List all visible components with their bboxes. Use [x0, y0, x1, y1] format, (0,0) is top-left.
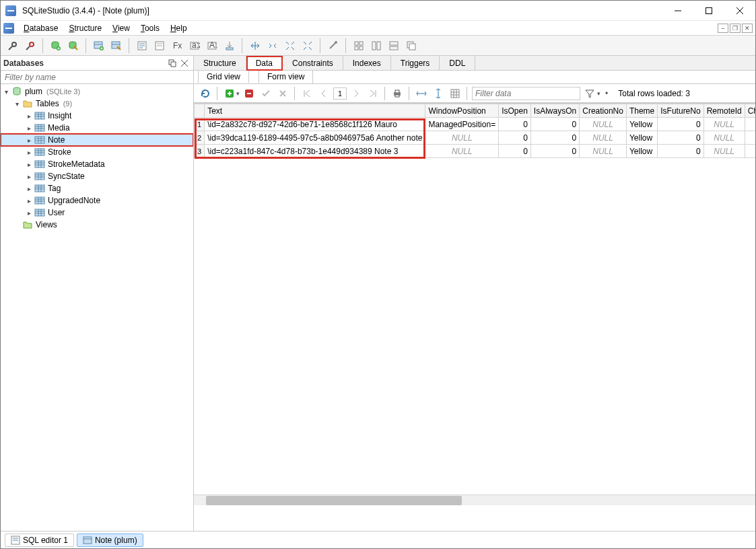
cell[interactable]: NULL	[703, 145, 745, 158]
print-icon[interactable]	[390, 86, 405, 101]
last-page-icon[interactable]	[366, 86, 380, 101]
grid-config-icon[interactable]	[448, 86, 462, 101]
statusbar-sql-editor-tab[interactable]: SQL editor 1	[5, 534, 74, 547]
database-tree[interactable]: ▾ plum (SQLite 3) ▾ Tables (9) ▸Insight▸…	[1, 84, 193, 531]
table-row[interactable]: 2\id=39dca119-6189-4495-97c5-a8b0946975a…	[195, 131, 756, 145]
expander-icon[interactable]: ▸	[25, 209, 33, 217]
first-page-icon[interactable]	[300, 86, 314, 101]
subtab-grid-view[interactable]: Grid view	[198, 71, 249, 83]
subwindow-minimize-button[interactable]: –	[718, 24, 728, 33]
cell[interactable]: 0	[499, 118, 531, 131]
expander-icon[interactable]: ▸	[25, 184, 33, 192]
cell[interactable]: NULL	[703, 131, 745, 145]
cell[interactable]: NULL	[580, 118, 627, 131]
tree-table-media[interactable]: ▸Media	[1, 122, 193, 134]
expander-icon[interactable]: ▸	[25, 172, 33, 180]
cell[interactable]: 0	[499, 145, 531, 158]
cell[interactable]: \id=39dca119-6189-4495-97c5-a8b0946975a6…	[205, 131, 425, 145]
column-header[interactable]: Theme	[626, 104, 657, 118]
cell[interactable]: NULL	[425, 131, 499, 145]
cell[interactable]: 0	[530, 145, 579, 158]
cell[interactable]: 0	[530, 131, 579, 145]
tree-table-stroke[interactable]: ▸Stroke	[1, 146, 193, 158]
column-header[interactable]: IsFutureNo	[658, 104, 703, 118]
add-row-icon[interactable]	[222, 86, 237, 101]
cell[interactable]: Yellow	[626, 145, 657, 158]
cell[interactable]	[745, 145, 755, 158]
menu-tools[interactable]: Tools	[135, 22, 165, 34]
cell[interactable]: \id=c223a1fd-847c-4d78-b73b-1e449d934389…	[205, 145, 425, 158]
tree-table-tag[interactable]: ▸Tag	[1, 182, 193, 194]
tree-table-user[interactable]: ▸User	[1, 207, 193, 219]
table-row[interactable]: 3\id=c223a1fd-847c-4d78-b73b-1e449d93438…	[195, 145, 756, 158]
column-header[interactable]: Ch	[745, 104, 755, 118]
cell[interactable]: 0	[530, 118, 579, 131]
menu-help[interactable]: Help	[165, 22, 193, 34]
sql-editor-icon[interactable]	[134, 38, 150, 54]
expander-icon[interactable]: ▾	[13, 100, 21, 108]
column-header[interactable]: WindowPosition	[425, 104, 499, 118]
panel-close-icon[interactable]	[178, 57, 191, 69]
cell[interactable]: Yellow	[626, 118, 657, 131]
expander-icon[interactable]: ▸	[25, 148, 33, 156]
table-row[interactable]: 1\id=2a832c78-d927-42d6-be71-1e8568c1f12…	[195, 118, 756, 131]
column-header[interactable]: IsOpen	[499, 104, 531, 118]
tree-views-node[interactable]: ▸ Views	[1, 219, 193, 231]
cell[interactable]: ManagedPosition=	[425, 118, 499, 131]
tab-indexes[interactable]: Indexes	[343, 56, 391, 70]
collapse-icon[interactable]	[265, 38, 281, 54]
expander-icon[interactable]: ▸	[25, 124, 33, 132]
cell[interactable]: Yellow	[626, 131, 657, 145]
cell[interactable]: NULL	[580, 145, 627, 158]
tree-table-strokemetadata[interactable]: ▸StrokeMetadata	[1, 158, 193, 170]
tile-vertical-icon[interactable]	[386, 38, 402, 54]
expander-icon[interactable]: ▾	[2, 87, 10, 96]
column-header[interactable]: RemoteId	[703, 104, 745, 118]
prev-page-icon[interactable]	[316, 86, 331, 101]
collation-icon[interactable]: a:z	[186, 38, 203, 54]
import-icon[interactable]	[221, 38, 238, 54]
tab-constraints[interactable]: Constraints	[283, 56, 343, 70]
filter-input[interactable]	[1, 71, 193, 84]
edit-db-icon[interactable]	[65, 38, 81, 54]
collapse-all-icon[interactable]	[300, 38, 316, 54]
new-icon[interactable]	[151, 38, 168, 54]
dropdown-caret-icon[interactable]: ▾	[236, 90, 240, 97]
extension-icon[interactable]: A:Z	[204, 38, 220, 54]
tree-table-upgradednote[interactable]: ▸UpgradedNote	[1, 194, 193, 207]
cell[interactable]: 0	[499, 131, 531, 145]
add-db-icon[interactable]	[48, 38, 64, 54]
connect-icon[interactable]	[5, 38, 21, 54]
tab-data[interactable]: Data	[246, 56, 283, 71]
tile-icon[interactable]	[351, 38, 367, 54]
tile-horizontal-icon[interactable]	[368, 38, 384, 54]
cell[interactable]	[745, 118, 755, 131]
expand-all-icon[interactable]	[282, 38, 298, 54]
subwindow-close-button[interactable]: ✕	[742, 24, 753, 33]
next-page-icon[interactable]	[349, 86, 364, 101]
subtab-form-view[interactable]: Form view	[259, 71, 313, 83]
column-header[interactable]: CreationNo	[580, 104, 627, 118]
menu-view[interactable]: View	[107, 22, 135, 34]
fit-rows-icon[interactable]	[431, 86, 446, 101]
function-icon[interactable]: Fx	[169, 38, 185, 54]
rollback-icon[interactable]	[275, 86, 290, 101]
cell[interactable]: \id=2a832c78-d927-42d6-be71-1e8568c1f126…	[205, 118, 425, 131]
expander-icon[interactable]: ▸	[25, 160, 33, 168]
filter-icon[interactable]	[582, 86, 597, 101]
tab-structure[interactable]: Structure	[194, 56, 246, 70]
column-header[interactable]: IsAlwaysOn	[530, 104, 579, 118]
tree-table-syncstate[interactable]: ▸SyncState	[1, 170, 193, 182]
filter-data-input[interactable]	[472, 87, 580, 100]
menu-structure[interactable]: Structure	[63, 22, 107, 34]
cell[interactable]	[745, 131, 755, 145]
minimize-button[interactable]	[662, 1, 693, 21]
edit-table-icon[interactable]	[108, 38, 125, 54]
tab-triggers[interactable]: Triggers	[391, 56, 440, 70]
data-grid[interactable]: TextWindowPositionIsOpenIsAlwaysOnCreati…	[194, 103, 755, 531]
cell[interactable]: NULL	[580, 131, 627, 145]
tree-table-insight[interactable]: ▸Insight	[1, 110, 193, 122]
delete-row-icon[interactable]	[242, 86, 256, 101]
subwindow-restore-button[interactable]: ❐	[730, 24, 741, 33]
cell[interactable]: 0	[658, 145, 703, 158]
